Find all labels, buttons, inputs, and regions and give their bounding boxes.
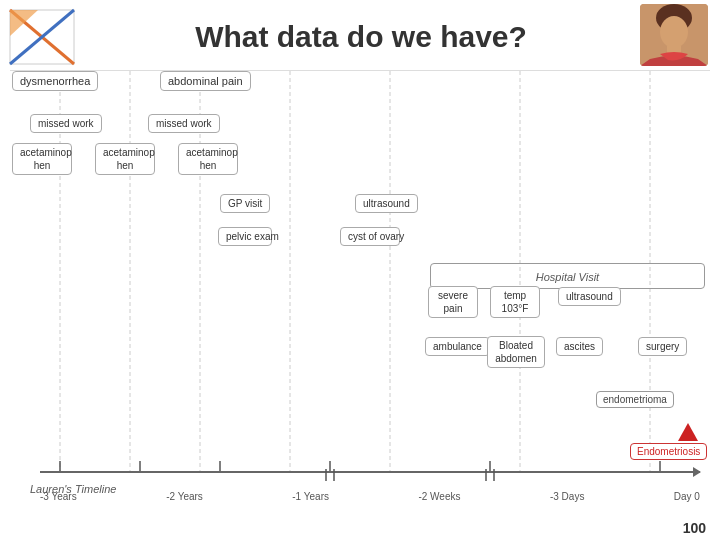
time-labels: -3 Years -2 Years -1 Years -2 Weeks -3 D… — [40, 491, 700, 502]
acetaminop-2: acetaminophen — [95, 143, 155, 175]
time-label-day0: Day 0 — [674, 491, 700, 502]
endometriosis-badge: Endometriosis — [630, 441, 707, 459]
severe-pain-badge: severepain — [428, 286, 478, 318]
acetaminop-1: acetaminophen — [12, 143, 72, 175]
endometrioma-badge: endometrioma — [596, 389, 674, 407]
temp-badge: temp103°F — [490, 286, 540, 318]
surgery-badge: surgery — [638, 336, 687, 356]
ascites-badge: ascites — [556, 336, 603, 356]
acetaminop-3: acetaminophen — [178, 143, 238, 175]
pelvic-exam-badge: pelvic exam — [218, 226, 272, 246]
avatar — [640, 4, 708, 66]
header: What data do we have? — [0, 0, 720, 70]
time-label-2yr: -2 Years — [166, 491, 203, 502]
endometriosis-arrow — [678, 423, 698, 441]
svg-point-6 — [660, 16, 688, 48]
timeline-base — [40, 471, 700, 473]
missed-work-2: missed work — [148, 113, 220, 133]
bloated-abdomen-badge: Bloatedabdomen — [487, 336, 545, 368]
avatar-image — [640, 4, 708, 66]
abdominal-pain-badge: abdominal pain — [160, 71, 251, 91]
time-label-1yr: -1 Years — [292, 491, 329, 502]
gp-visit-badge: GP visit — [220, 193, 270, 213]
page-title: What data do we have? — [76, 20, 706, 54]
time-label-3yr: -3 Years — [40, 491, 77, 502]
svg-marker-3 — [10, 10, 38, 36]
ultrasound-1-badge: ultrasound — [355, 193, 418, 213]
time-label-2wk: -2 Weeks — [418, 491, 460, 502]
logo — [8, 8, 76, 66]
slide-container: What data do we have? — [0, 0, 720, 540]
ambulance-badge: ambulance — [425, 336, 490, 356]
time-label-3d: -3 Days — [550, 491, 584, 502]
logo-icon — [8, 8, 76, 66]
cyst-of-ovary-badge: cyst of ovary — [340, 226, 400, 246]
dysmenorrhea-badge: dysmenorrhea — [12, 71, 98, 91]
page-number: 100 — [683, 520, 706, 536]
missed-work-1: missed work — [30, 113, 102, 133]
main-content: dysmenorrhea abdominal pain missed work … — [0, 71, 720, 531]
ultrasound-2-badge: ultrasound — [558, 286, 621, 306]
